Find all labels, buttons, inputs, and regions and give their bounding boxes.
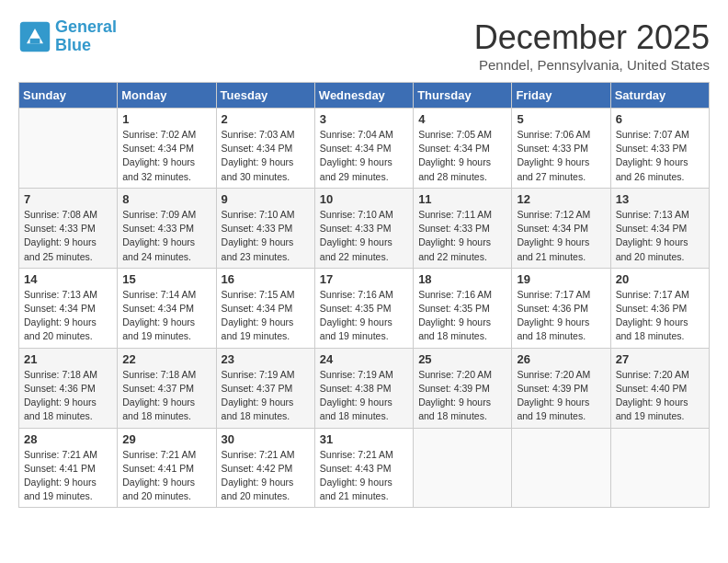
weekday-header-saturday: Saturday: [610, 83, 709, 109]
day-number: 26: [517, 352, 605, 366]
day-info: Sunrise: 7:19 AMSunset: 4:37 PMDaylight:…: [222, 368, 310, 424]
day-info: Sunrise: 7:16 AMSunset: 4:35 PMDaylight:…: [320, 288, 408, 344]
day-cell: 18Sunrise: 7:16 AMSunset: 4:35 PMDayligh…: [414, 268, 512, 348]
day-info: Sunrise: 7:13 AMSunset: 4:34 PMDaylight:…: [616, 208, 704, 264]
day-cell: [610, 428, 709, 508]
day-info: Sunrise: 7:20 AMSunset: 4:40 PMDaylight:…: [616, 368, 704, 424]
week-row-4: 21Sunrise: 7:18 AMSunset: 4:36 PMDayligh…: [19, 348, 710, 428]
title-area: December 2025 Penndel, Pennsylvania, Uni…: [474, 18, 710, 73]
day-cell: 15Sunrise: 7:14 AMSunset: 4:34 PMDayligh…: [118, 268, 216, 348]
logo: General Blue: [18, 18, 117, 55]
day-cell: 1Sunrise: 7:02 AMSunset: 4:34 PMDaylight…: [118, 109, 216, 189]
location-title: Penndel, Pennsylvania, United States: [474, 57, 710, 73]
day-info: Sunrise: 7:13 AMSunset: 4:34 PMDaylight:…: [24, 288, 112, 344]
day-number: 1: [122, 112, 210, 126]
day-number: 12: [517, 192, 605, 206]
day-number: 8: [122, 192, 210, 206]
calendar-table: SundayMondayTuesdayWednesdayThursdayFrid…: [18, 82, 710, 508]
day-info: Sunrise: 7:19 AMSunset: 4:38 PMDaylight:…: [320, 368, 408, 424]
svg-rect-2: [30, 39, 40, 43]
day-cell: 23Sunrise: 7:19 AMSunset: 4:37 PMDayligh…: [216, 348, 314, 428]
day-cell: 13Sunrise: 7:13 AMSunset: 4:34 PMDayligh…: [610, 188, 709, 268]
day-cell: 28Sunrise: 7:21 AMSunset: 4:41 PMDayligh…: [19, 428, 118, 508]
day-number: 31: [320, 432, 408, 446]
day-cell: 19Sunrise: 7:17 AMSunset: 4:36 PMDayligh…: [512, 268, 610, 348]
day-number: 25: [418, 352, 506, 366]
day-info: Sunrise: 7:18 AMSunset: 4:37 PMDaylight:…: [122, 368, 210, 424]
day-info: Sunrise: 7:21 AMSunset: 4:42 PMDaylight:…: [222, 448, 310, 504]
day-number: 10: [320, 192, 408, 206]
day-number: 16: [222, 272, 310, 286]
day-cell: 11Sunrise: 7:11 AMSunset: 4:33 PMDayligh…: [414, 188, 512, 268]
month-title: December 2025: [474, 18, 710, 57]
day-number: 4: [418, 112, 506, 126]
week-row-5: 28Sunrise: 7:21 AMSunset: 4:41 PMDayligh…: [19, 428, 710, 508]
day-cell: 16Sunrise: 7:15 AMSunset: 4:34 PMDayligh…: [216, 268, 314, 348]
day-number: 6: [616, 112, 704, 126]
day-number: 29: [122, 432, 210, 446]
weekday-header-sunday: Sunday: [19, 83, 118, 109]
header: General Blue December 2025 Penndel, Penn…: [18, 18, 710, 73]
day-info: Sunrise: 7:03 AMSunset: 4:34 PMDaylight:…: [222, 128, 310, 184]
day-cell: 5Sunrise: 7:06 AMSunset: 4:33 PMDaylight…: [512, 109, 610, 189]
weekday-header-tuesday: Tuesday: [216, 83, 314, 109]
day-info: Sunrise: 7:11 AMSunset: 4:33 PMDaylight:…: [418, 208, 506, 264]
day-cell: 30Sunrise: 7:21 AMSunset: 4:42 PMDayligh…: [216, 428, 314, 508]
day-info: Sunrise: 7:17 AMSunset: 4:36 PMDaylight:…: [517, 288, 605, 344]
week-row-2: 7Sunrise: 7:08 AMSunset: 4:33 PMDaylight…: [19, 188, 710, 268]
day-number: 23: [222, 352, 310, 366]
weekday-header-row: SundayMondayTuesdayWednesdayThursdayFrid…: [19, 83, 710, 109]
day-number: 7: [24, 192, 112, 206]
day-info: Sunrise: 7:17 AMSunset: 4:36 PMDaylight:…: [616, 288, 704, 344]
day-info: Sunrise: 7:05 AMSunset: 4:34 PMDaylight:…: [418, 128, 506, 184]
day-number: 28: [24, 432, 112, 446]
day-cell: [19, 109, 118, 189]
day-cell: 4Sunrise: 7:05 AMSunset: 4:34 PMDaylight…: [414, 109, 512, 189]
day-cell: 14Sunrise: 7:13 AMSunset: 4:34 PMDayligh…: [19, 268, 118, 348]
day-cell: 3Sunrise: 7:04 AMSunset: 4:34 PMDaylight…: [314, 109, 413, 189]
day-number: 17: [320, 272, 408, 286]
day-info: Sunrise: 7:02 AMSunset: 4:34 PMDaylight:…: [122, 128, 210, 184]
week-row-3: 14Sunrise: 7:13 AMSunset: 4:34 PMDayligh…: [19, 268, 710, 348]
day-number: 30: [222, 432, 310, 446]
day-number: 2: [222, 112, 310, 126]
day-info: Sunrise: 7:21 AMSunset: 4:41 PMDaylight:…: [24, 448, 112, 504]
day-number: 5: [517, 112, 605, 126]
day-info: Sunrise: 7:10 AMSunset: 4:33 PMDaylight:…: [320, 208, 408, 264]
weekday-header-monday: Monday: [118, 83, 216, 109]
day-number: 11: [418, 192, 506, 206]
logo-text: General Blue: [55, 18, 117, 55]
weekday-header-friday: Friday: [512, 83, 610, 109]
day-number: 21: [24, 352, 112, 366]
day-number: 13: [616, 192, 704, 206]
day-cell: 12Sunrise: 7:12 AMSunset: 4:34 PMDayligh…: [512, 188, 610, 268]
day-cell: 2Sunrise: 7:03 AMSunset: 4:34 PMDaylight…: [216, 109, 314, 189]
day-cell: 20Sunrise: 7:17 AMSunset: 4:36 PMDayligh…: [610, 268, 709, 348]
day-cell: 21Sunrise: 7:18 AMSunset: 4:36 PMDayligh…: [19, 348, 118, 428]
day-info: Sunrise: 7:07 AMSunset: 4:33 PMDaylight:…: [616, 128, 704, 184]
day-number: 20: [616, 272, 704, 286]
week-row-1: 1Sunrise: 7:02 AMSunset: 4:34 PMDaylight…: [19, 109, 710, 189]
day-info: Sunrise: 7:06 AMSunset: 4:33 PMDaylight:…: [517, 128, 605, 184]
day-cell: 9Sunrise: 7:10 AMSunset: 4:33 PMDaylight…: [216, 188, 314, 268]
day-number: 18: [418, 272, 506, 286]
logo-line1: General: [55, 18, 117, 37]
day-number: 15: [122, 272, 210, 286]
day-cell: 8Sunrise: 7:09 AMSunset: 4:33 PMDaylight…: [118, 188, 216, 268]
day-cell: 26Sunrise: 7:20 AMSunset: 4:39 PMDayligh…: [512, 348, 610, 428]
day-number: 14: [24, 272, 112, 286]
logo-icon: [18, 20, 51, 53]
day-number: 9: [222, 192, 310, 206]
day-cell: 22Sunrise: 7:18 AMSunset: 4:37 PMDayligh…: [118, 348, 216, 428]
day-info: Sunrise: 7:21 AMSunset: 4:43 PMDaylight:…: [320, 448, 408, 504]
day-cell: 10Sunrise: 7:10 AMSunset: 4:33 PMDayligh…: [314, 188, 413, 268]
day-info: Sunrise: 7:21 AMSunset: 4:41 PMDaylight:…: [122, 448, 210, 504]
day-info: Sunrise: 7:14 AMSunset: 4:34 PMDaylight:…: [122, 288, 210, 344]
day-info: Sunrise: 7:16 AMSunset: 4:35 PMDaylight:…: [418, 288, 506, 344]
day-number: 27: [616, 352, 704, 366]
day-info: Sunrise: 7:10 AMSunset: 4:33 PMDaylight:…: [222, 208, 310, 264]
weekday-header-wednesday: Wednesday: [314, 83, 413, 109]
day-cell: 25Sunrise: 7:20 AMSunset: 4:39 PMDayligh…: [414, 348, 512, 428]
day-cell: 29Sunrise: 7:21 AMSunset: 4:41 PMDayligh…: [118, 428, 216, 508]
logo-line2: Blue: [55, 37, 117, 55]
